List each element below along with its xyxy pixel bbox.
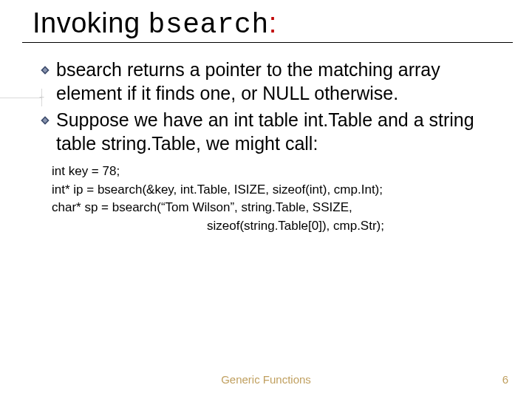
code-block: int key = 78; int* ip = bsearch(&key, in… — [37, 163, 507, 236]
guide-line-h — [0, 98, 41, 98]
page-number: 6 — [502, 373, 508, 386]
bullet-item: bsearch returns a pointer to the matchin… — [37, 58, 507, 105]
slide: + Invoking bsearch: bsearch returns a po… — [0, 0, 532, 399]
title-container: Invoking bsearch: — [22, 7, 513, 43]
code-line: int key = 78; — [52, 163, 507, 181]
code-line: sizeof(string.Table[0]), cmp.Str); — [52, 217, 507, 236]
title-code: bsearch — [149, 9, 269, 41]
bullet-text: Suppose we have an int table int.Table a… — [56, 108, 507, 155]
slide-body: bsearch returns a pointer to the matchin… — [34, 58, 510, 236]
bullet-text: bsearch returns a pointer to the matchin… — [56, 58, 507, 105]
bullet-item: Suppose we have an int table int.Table a… — [37, 108, 507, 155]
code-line: char* sp = bsearch(“Tom Wilson”, string.… — [52, 199, 507, 217]
slide-title: Invoking bsearch: — [22, 7, 513, 41]
diamond-bullet-icon — [37, 61, 53, 80]
footer-label: Generic Functions — [0, 373, 532, 386]
title-colon: : — [269, 7, 277, 38]
diamond-bullet-icon — [37, 111, 53, 130]
code-line: int* ip = bsearch(&key, int.Table, ISIZE… — [52, 181, 507, 200]
title-text-pre: Invoking — [33, 7, 149, 38]
guide-plus-icon: + — [39, 93, 44, 102]
